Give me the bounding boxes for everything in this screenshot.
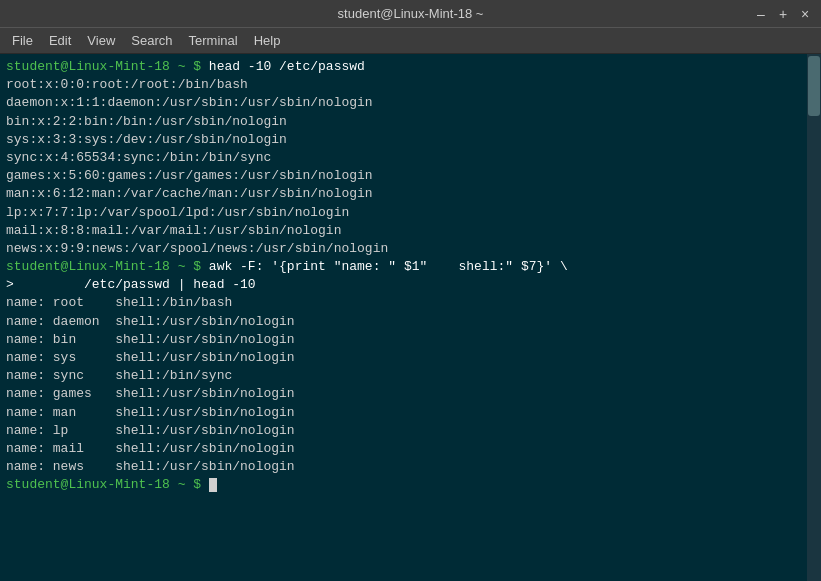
output-line-2: daemon:x:1:1:daemon:/usr/sbin:/usr/sbin/… <box>6 94 815 112</box>
menu-item-edit[interactable]: Edit <box>41 31 79 50</box>
prompt-final-line: student@Linux-Mint-18 ~ $ <box>6 476 815 494</box>
output-line-7: man:x:6:12:man:/var/cache/man:/usr/sbin/… <box>6 185 815 203</box>
output-line-5: sync:x:4:65534:sync:/bin:/bin/sync <box>6 149 815 167</box>
cmd-2a: awk -F: '{print "name: " $1" shell:" $7}… <box>209 259 568 274</box>
scrollbar[interactable] <box>807 54 821 581</box>
output-line-9: mail:x:8:8:mail:/var/mail:/usr/sbin/nolo… <box>6 222 815 240</box>
output-line-6: games:x:5:60:games:/usr/games:/usr/sbin/… <box>6 167 815 185</box>
awk-out-1: name: root shell:/bin/bash <box>6 294 815 312</box>
awk-out-7: name: man shell:/usr/sbin/nologin <box>6 404 815 422</box>
minimize-button[interactable]: – <box>753 6 769 22</box>
menu-item-view[interactable]: View <box>79 31 123 50</box>
command-line-2a: student@Linux-Mint-18 ~ $ awk -F: '{prin… <box>6 258 815 276</box>
maximize-button[interactable]: + <box>775 6 791 22</box>
awk-out-5: name: sync shell:/bin/sync <box>6 367 815 385</box>
awk-out-2: name: daemon shell:/usr/sbin/nologin <box>6 313 815 331</box>
cmd-1: head -10 /etc/passwd <box>209 59 365 74</box>
awk-out-8: name: lp shell:/usr/sbin/nologin <box>6 422 815 440</box>
prompt-1: student@Linux-Mint-18 ~ $ <box>6 59 209 74</box>
menu-item-file[interactable]: File <box>4 31 41 50</box>
titlebar-controls: – + × <box>753 6 813 22</box>
titlebar: student@Linux-Mint-18 ~ – + × <box>0 0 821 28</box>
menu-item-terminal[interactable]: Terminal <box>181 31 246 50</box>
awk-out-4: name: sys shell:/usr/sbin/nologin <box>6 349 815 367</box>
awk-out-6: name: games shell:/usr/sbin/nologin <box>6 385 815 403</box>
command-line-2b: > /etc/passwd | head -10 <box>6 276 815 294</box>
awk-out-3: name: bin shell:/usr/sbin/nologin <box>6 331 815 349</box>
cursor <box>209 478 217 492</box>
titlebar-title: student@Linux-Mint-18 ~ <box>68 6 753 21</box>
prompt-2: student@Linux-Mint-18 ~ $ <box>6 259 209 274</box>
menu-item-help[interactable]: Help <box>246 31 289 50</box>
awk-out-9: name: mail shell:/usr/sbin/nologin <box>6 440 815 458</box>
output-line-1: root:x:0:0:root:/root:/bin/bash <box>6 76 815 94</box>
scrollbar-thumb[interactable] <box>808 56 820 116</box>
output-line-3: bin:x:2:2:bin:/bin:/usr/sbin/nologin <box>6 113 815 131</box>
output-line-10: news:x:9:9:news:/var/spool/news:/usr/sbi… <box>6 240 815 258</box>
menu-item-search[interactable]: Search <box>123 31 180 50</box>
cmd-2b: > /etc/passwd | head -10 <box>6 277 256 292</box>
menubar: FileEditViewSearchTerminalHelp <box>0 28 821 54</box>
awk-out-10: name: news shell:/usr/sbin/nologin <box>6 458 815 476</box>
command-line-1: student@Linux-Mint-18 ~ $ head -10 /etc/… <box>6 58 815 76</box>
terminal[interactable]: student@Linux-Mint-18 ~ $ head -10 /etc/… <box>0 54 821 581</box>
output-line-8: lp:x:7:7:lp:/var/spool/lpd:/usr/sbin/nol… <box>6 204 815 222</box>
output-line-4: sys:x:3:3:sys:/dev:/usr/sbin/nologin <box>6 131 815 149</box>
prompt-3: student@Linux-Mint-18 ~ $ <box>6 477 209 492</box>
close-button[interactable]: × <box>797 6 813 22</box>
